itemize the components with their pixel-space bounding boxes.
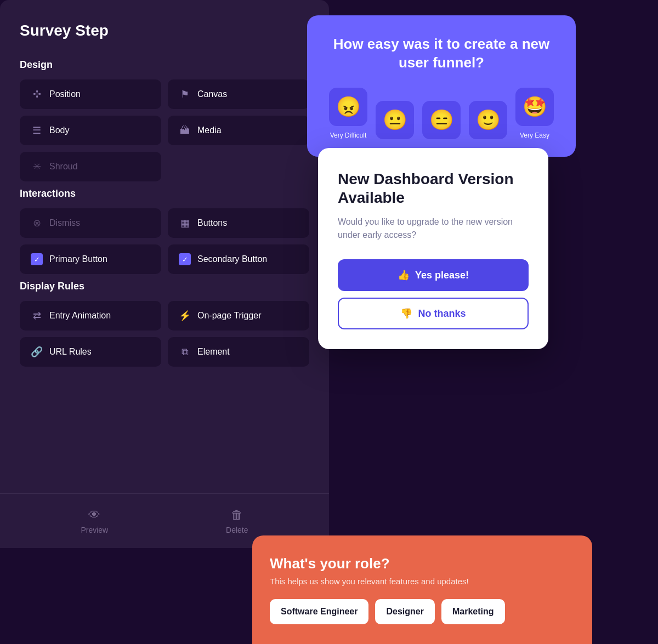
no-thanks-label: No thanks — [418, 308, 466, 320]
emoji-row: 😠 Very Difficult 😐 😑 🙂 🤩 Very Easy — [325, 88, 558, 139]
menu-item-element[interactable]: ⧉ Element — [168, 337, 309, 367]
yes-please-button[interactable]: 👍 Yes please! — [338, 259, 529, 291]
emoji-circle-5: 🤩 — [515, 88, 554, 126]
role-card: What's your role? This helps us show you… — [252, 535, 592, 644]
menu-item-primary-button[interactable]: ✓ Primary Button — [20, 244, 161, 274]
url-icon: 🔗 — [31, 346, 43, 358]
canvas-icon: ⚑ — [179, 88, 191, 100]
emoji-label-left: Very Difficult — [330, 132, 366, 139]
design-section-label: Design — [20, 59, 309, 71]
preview-icon: 👁 — [88, 508, 100, 522]
emoji-card-title: How easy was it to create a new user fun… — [325, 35, 558, 72]
thumbs-down-emoji: 👎 — [400, 307, 412, 320]
menu-item-shroud[interactable]: ✳ Shroud — [20, 152, 161, 181]
role-btn-designer[interactable]: Designer — [375, 599, 434, 624]
thumbs-up-emoji: 👍 — [398, 269, 410, 281]
trigger-icon: ⚡ — [179, 310, 191, 322]
shroud-icon: ✳ — [31, 161, 43, 173]
no-thanks-button[interactable]: 👎 No thanks — [338, 298, 529, 329]
dashboard-card: New Dashboard Version Available Would yo… — [318, 148, 548, 349]
role-buttons: Software Engineer Designer Marketing — [270, 599, 575, 624]
design-grid-mid: ☰ Body 🏔 Media — [20, 116, 309, 145]
emoji-circle-1: 😠 — [329, 88, 367, 126]
delete-button[interactable]: 🗑 Delete — [226, 508, 248, 534]
yes-please-label: Yes please! — [415, 270, 469, 281]
emoji-item-4[interactable]: 🙂 — [469, 101, 507, 139]
emoji-card: How easy was it to create a new user fun… — [307, 15, 576, 157]
emoji-item-3[interactable]: 😑 — [422, 101, 461, 139]
design-grid-top: ✢ Position ⚑ Canvas — [20, 79, 309, 109]
emoji-label-right: Very Easy — [520, 132, 549, 139]
delete-icon: 🗑 — [231, 508, 243, 522]
dashboard-title: New Dashboard Version Available — [338, 170, 529, 207]
menu-item-secondary-button[interactable]: ✓ Secondary Button — [168, 244, 309, 274]
emoji-item-5[interactable]: 🤩 Very Easy — [515, 88, 554, 139]
emoji-item-1[interactable]: 😠 Very Difficult — [329, 88, 367, 139]
menu-item-canvas[interactable]: ⚑ Canvas — [168, 79, 309, 109]
menu-item-position[interactable]: ✢ Position — [20, 79, 161, 109]
role-btn-marketing[interactable]: Marketing — [441, 599, 505, 624]
design-grid-bot: ✳ Shroud — [20, 152, 309, 181]
emoji-circle-4: 🙂 — [469, 101, 507, 139]
preview-button[interactable]: 👁 Preview — [81, 508, 108, 534]
body-icon: ☰ — [31, 124, 43, 136]
menu-item-url-rules[interactable]: 🔗 URL Rules — [20, 337, 161, 367]
media-icon: 🏔 — [179, 124, 191, 136]
interactions-grid-top: ⊗ Dismiss ▦ Buttons — [20, 208, 309, 238]
dismiss-icon: ⊗ — [31, 217, 43, 229]
element-icon: ⧉ — [179, 346, 191, 358]
survey-panel-title: Survey Step — [20, 22, 309, 39]
role-btn-engineer[interactable]: Software Engineer — [270, 599, 368, 624]
role-title: What's your role? — [270, 555, 575, 572]
emoji-circle-3: 😑 — [422, 101, 461, 139]
menu-item-media[interactable]: 🏔 Media — [168, 116, 309, 145]
display-rules-section-label: Display Rules — [20, 281, 309, 292]
secondary-check-icon: ✓ — [179, 253, 191, 265]
dashboard-desc: Would you like to upgrade to the new ver… — [338, 215, 529, 242]
interactions-section-label: Interactions — [20, 188, 309, 200]
move-icon: ✢ — [31, 88, 43, 100]
emoji-circle-2: 😐 — [376, 101, 414, 139]
buttons-icon: ▦ — [179, 217, 191, 229]
animation-icon: ⇄ — [31, 310, 43, 322]
menu-item-buttons[interactable]: ▦ Buttons — [168, 208, 309, 238]
role-desc: This helps us show you relevant features… — [270, 577, 575, 586]
menu-item-on-page-trigger[interactable]: ⚡ On-page Trigger — [168, 301, 309, 330]
interactions-grid-bot: ✓ Primary Button ✓ Secondary Button — [20, 244, 309, 274]
menu-item-entry-animation[interactable]: ⇄ Entry Animation — [20, 301, 161, 330]
display-rules-grid-bot: 🔗 URL Rules ⧉ Element — [20, 337, 309, 367]
menu-item-body[interactable]: ☰ Body — [20, 116, 161, 145]
display-rules-grid-top: ⇄ Entry Animation ⚡ On-page Trigger — [20, 301, 309, 330]
survey-panel: Survey Step Design ✢ Position ⚑ Canvas ☰… — [0, 0, 329, 548]
menu-item-dismiss[interactable]: ⊗ Dismiss — [20, 208, 161, 238]
primary-check-icon: ✓ — [31, 253, 43, 265]
emoji-item-2[interactable]: 😐 — [376, 101, 414, 139]
